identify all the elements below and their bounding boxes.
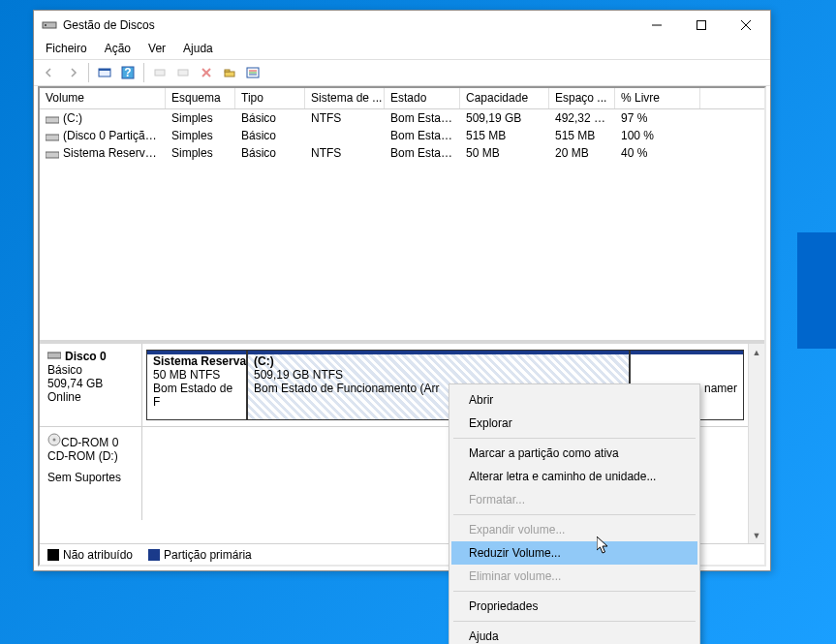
menu-ajuda[interactable]: Ajuda: [175, 40, 221, 59]
partition-sub2: Bom Estado de F: [153, 382, 240, 409]
action3-button[interactable]: [218, 62, 241, 83]
scroll-down-icon[interactable]: ▼: [750, 527, 764, 543]
disk-status: Online: [47, 390, 134, 404]
action1-button[interactable]: [148, 62, 171, 83]
cell-livre: 100 %: [615, 128, 700, 143]
table-header: Volume Esquema Tipo Sistema de ... Estad…: [40, 88, 764, 109]
svg-rect-10: [155, 70, 165, 76]
scroll-up-icon[interactable]: ▲: [750, 344, 764, 360]
window-title: Gestão de Discos: [63, 18, 635, 32]
toolbar-separator: [88, 63, 89, 82]
legend-unallocated: Não atribuído: [63, 548, 133, 562]
disk-size: 509,74 GB: [47, 377, 134, 390]
svg-rect-21: [46, 135, 59, 140]
disk-type: Básico: [47, 363, 134, 377]
back-button[interactable]: [38, 62, 61, 83]
minimize-button[interactable]: [635, 11, 679, 40]
table-row[interactable]: (Disco 0 Partição 3) Simples Básico Bom …: [40, 127, 764, 144]
svg-rect-1: [45, 24, 46, 26]
cell-sistema: NTFS: [305, 110, 385, 126]
properties-button[interactable]: [241, 62, 264, 83]
refresh-button[interactable]: [93, 62, 116, 83]
cell-espaco: 492,32 GB: [549, 110, 615, 126]
menu-ver[interactable]: Ver: [140, 40, 173, 59]
disk-label[interactable]: Disco 0 Básico 509,74 GB Online: [40, 344, 142, 426]
cm-alterar[interactable]: Alterar letra e caminho de unidade...: [451, 465, 697, 488]
window-controls: [635, 11, 768, 40]
svg-text:?: ?: [124, 66, 131, 79]
desktop-accent: [797, 232, 836, 349]
cm-separator: [453, 438, 696, 439]
cm-marcar[interactable]: Marcar a partição como ativa: [451, 442, 697, 465]
cdrom-name: CD-ROM 0: [61, 436, 118, 449]
col-tipo[interactable]: Tipo: [235, 88, 305, 108]
cm-explorar[interactable]: Explorar: [451, 412, 697, 435]
table-row[interactable]: (C:) Simples Básico NTFS Bom Estad... 50…: [40, 109, 764, 127]
cm-reduzir[interactable]: Reduzir Volume...: [451, 541, 697, 565]
cell-espaco: 20 MB: [549, 145, 615, 161]
legend-swatch-unallocated: [47, 549, 59, 561]
cell-capacidade: 50 MB: [460, 145, 549, 161]
menubar: Ficheiro Ação Ver Ajuda: [34, 40, 770, 59]
col-sistema[interactable]: Sistema de ...: [305, 88, 385, 108]
cdrom-drive: CD-ROM (D:): [47, 449, 134, 463]
cm-separator: [453, 621, 696, 622]
drive-icon: [46, 114, 59, 124]
cm-separator: [453, 591, 696, 592]
svg-rect-23: [47, 353, 61, 358]
col-capacidade[interactable]: Capacidade: [460, 88, 549, 108]
partition-sub1: 50 MB NTFS: [153, 368, 240, 382]
action2-button[interactable]: [171, 62, 195, 83]
col-esquema[interactable]: Esquema: [166, 88, 235, 108]
partition-stripe: [631, 351, 743, 354]
partition-stripe: [248, 351, 629, 354]
cm-expandir[interactable]: Expandir volume...: [451, 518, 697, 541]
cell-estado: Bom Estad...: [385, 128, 460, 143]
delete-button[interactable]: [195, 62, 218, 83]
cell-livre: 97 %: [615, 110, 700, 126]
cdrom-status: Sem Suportes: [47, 471, 134, 484]
cell-sistema: NTFS: [305, 145, 385, 161]
svg-rect-15: [225, 70, 230, 72]
cell-estado: Bom Estad...: [385, 110, 460, 126]
cell-estado: Bom Estad...: [385, 145, 460, 161]
col-espaco[interactable]: Espaço ...: [549, 88, 615, 108]
cm-ajuda[interactable]: Ajuda: [451, 625, 697, 644]
scrollbar[interactable]: ▲ ▼: [748, 344, 764, 543]
legend-primary: Partição primária: [164, 548, 252, 562]
cdrom-icon: [47, 436, 61, 449]
svg-rect-14: [225, 72, 234, 77]
drive-icon: [46, 132, 59, 141]
cdrom-label[interactable]: CD-ROM 0 CD-ROM (D:) Sem Suportes: [40, 427, 142, 520]
toolbar-separator: [143, 63, 144, 82]
maximize-button[interactable]: [679, 11, 724, 40]
cell-tipo: Básico: [235, 145, 305, 161]
col-estado[interactable]: Estado: [385, 88, 460, 108]
svg-rect-20: [46, 117, 59, 123]
table-body: (C:) Simples Básico NTFS Bom Estad... 50…: [40, 109, 764, 340]
cell-sistema: [305, 135, 385, 137]
titlebar[interactable]: Gestão de Discos: [34, 11, 770, 40]
cell-capacidade: 515 MB: [460, 128, 549, 143]
cell-volume: (C:): [63, 111, 82, 125]
forward-button[interactable]: [61, 62, 84, 83]
partition[interactable]: Sistema Reserva 50 MB NTFS Bom Estado de…: [146, 350, 247, 420]
cm-abrir[interactable]: Abrir: [451, 388, 697, 412]
cm-propriedades[interactable]: Propriedades: [451, 595, 697, 618]
disk-name: Disco 0: [65, 350, 107, 363]
col-livre[interactable]: % Livre: [615, 88, 700, 108]
menu-ficheiro[interactable]: Ficheiro: [38, 40, 95, 59]
menu-accao[interactable]: Ação: [97, 40, 139, 59]
context-menu: Abrir Explorar Marcar a partição como at…: [449, 383, 700, 644]
cell-volume: (Disco 0 Partição 3): [63, 129, 165, 142]
col-volume[interactable]: Volume: [40, 88, 166, 108]
cm-formatar[interactable]: Formatar...: [451, 488, 697, 511]
table-row[interactable]: Sistema Reservado Simples Básico NTFS Bo…: [40, 144, 764, 162]
cm-eliminar[interactable]: Eliminar volume...: [451, 565, 697, 588]
help-button[interactable]: ?: [116, 62, 139, 83]
svg-point-25: [53, 439, 56, 442]
app-icon: [42, 17, 57, 33]
partition-title: Sistema Reserva: [153, 354, 240, 368]
partition-sub1: 509,19 GB NTFS: [254, 368, 623, 382]
close-button[interactable]: [724, 11, 768, 40]
